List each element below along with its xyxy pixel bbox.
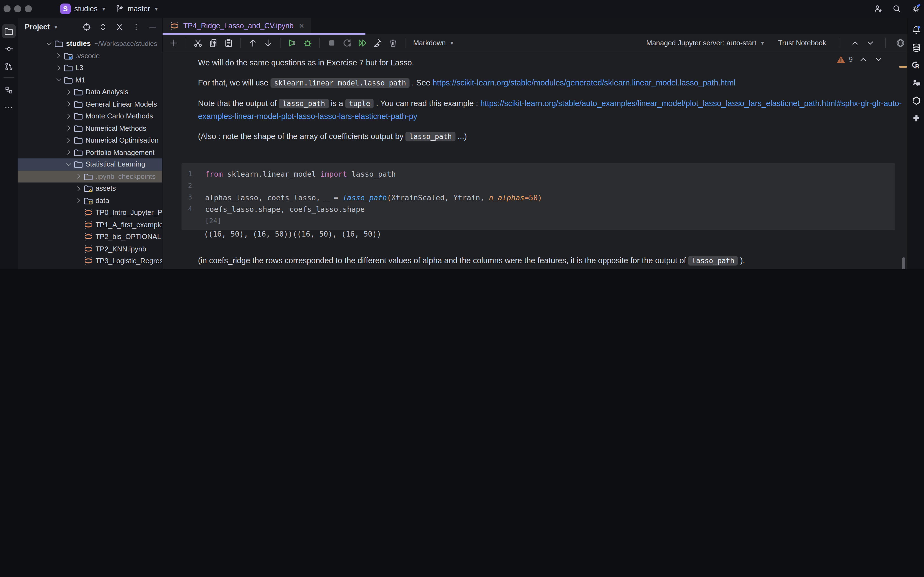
tree-item-tp0-intro-jupyter-python-ip-[interactable]: TP0_Intro_Jupyter_Python.ip... (18, 206, 162, 219)
commit-icon[interactable] (2, 42, 16, 56)
search-icon[interactable] (892, 4, 901, 13)
traffic-light-zoom[interactable] (25, 5, 32, 12)
tree-item-tp3-logistic-regression-an-[interactable]: TP3_Logistic_Regression_an... (18, 255, 162, 267)
next-problem-icon[interactable] (874, 55, 883, 64)
trust-notebook-button[interactable]: Trust Notebook (778, 39, 826, 47)
chevron-down-icon[interactable]: ▼ (53, 24, 58, 30)
broom-cell-icon[interactable] (371, 36, 385, 50)
tree-item-label: Numerical Methods (86, 124, 147, 132)
tree-item-tp4-ridge-lasso-and-cv-ip-[interactable]: TP4_Ridge_Lasso_and_CV.ip... (18, 267, 162, 269)
tree-item-l3[interactable]: L3 (18, 62, 162, 74)
code-cell-1[interactable]: 1from sklearn.linear_model import lasso_… (181, 163, 895, 230)
prev-cell-icon[interactable] (850, 38, 859, 48)
tree-item-data[interactable]: data (18, 195, 162, 206)
pull-request-icon[interactable] (2, 60, 16, 73)
tree-item-label: TP1_A_first_example.ipynb (95, 221, 162, 229)
arrow-down-cell-icon[interactable] (261, 36, 275, 50)
panel-options-icon[interactable] (131, 22, 141, 32)
run-all-cell-icon[interactable] (355, 36, 369, 50)
tree-item--ipynb-checkpoints[interactable]: .ipynb_checkpoints (18, 170, 162, 182)
database-icon[interactable] (909, 41, 923, 55)
jupyter-server-dropdown[interactable]: Managed Jupyter server: auto-start ▼ (646, 39, 765, 47)
add-user-icon[interactable] (873, 4, 883, 13)
cut-cell-icon[interactable] (191, 36, 205, 50)
stop-cell-icon[interactable] (325, 36, 339, 50)
add-cell-icon[interactable] (166, 36, 181, 50)
copy-cell-icon[interactable] (206, 36, 220, 50)
chevron-right-icon[interactable] (65, 100, 73, 108)
hyperlink[interactable]: https://scikit-learn.org/stable/modules/… (433, 78, 735, 87)
arrow-up-cell-icon[interactable] (246, 36, 260, 50)
tree-item-assets[interactable]: assets (18, 182, 162, 195)
chevron-down-icon[interactable] (65, 160, 73, 168)
tree-item-statistical-learning[interactable]: Statistical Learning (18, 158, 162, 170)
tree-item--vscode[interactable]: .vscode (18, 50, 162, 62)
markdown-paragraph: Note that the output of lasso_path is a … (198, 97, 902, 122)
inline-code: sklearn.linear_model.lasso_path (271, 78, 410, 88)
locate-file-icon[interactable] (82, 22, 91, 32)
folder-icon (53, 39, 63, 48)
scrollbar-thumb[interactable] (902, 257, 905, 269)
traffic-light-close[interactable] (3, 5, 11, 12)
tree-item-tp1-a-first-example-ipynb[interactable]: TP1_A_first_example.ipynb (18, 219, 162, 231)
markdown-cell-1[interactable]: We will do the same questions as in Exer… (198, 56, 902, 151)
ai-chat-icon[interactable] (909, 76, 923, 90)
chevron-right-icon[interactable] (74, 172, 83, 180)
inspection-widget[interactable]: 9 (836, 55, 883, 64)
next-cell-icon[interactable] (866, 38, 875, 48)
folder-data-icon (83, 196, 93, 205)
collapse-all-icon[interactable] (115, 22, 124, 32)
tree-item-m1[interactable]: M1 (18, 74, 162, 86)
code-line[interactable]: 1from sklearn.linear_model import lasso_… (181, 168, 895, 180)
branch-widget[interactable]: master ▼ (115, 4, 159, 13)
chevron-right-icon[interactable] (65, 137, 73, 144)
hide-panel-icon[interactable] (148, 22, 157, 32)
chevron-down-icon[interactable] (54, 76, 63, 84)
settings-gear-icon[interactable] (911, 4, 921, 13)
structure-icon[interactable] (2, 83, 16, 97)
tree-item-data-analysis[interactable]: Data Analysis (18, 86, 162, 98)
r-logo-icon[interactable]: R (909, 58, 923, 72)
tree-item-portfolio-management[interactable]: Portfolio Management (18, 147, 162, 158)
warning-stripe-mark[interactable] (899, 66, 907, 68)
browser-preview-icon[interactable] (896, 38, 905, 48)
bell-icon[interactable] (909, 23, 923, 37)
chevron-right-icon[interactable] (65, 88, 73, 96)
traffic-light-minimize[interactable] (14, 5, 21, 12)
prev-problem-icon[interactable] (859, 55, 868, 64)
tree-item-studies[interactable]: studies~/Workspace/studies (18, 38, 162, 50)
restart-cell-icon[interactable] (340, 36, 354, 50)
more-icon[interactable] (2, 101, 16, 114)
chevron-right-icon[interactable] (74, 185, 83, 192)
folder-rail-icon[interactable] (2, 24, 16, 38)
cell-type-dropdown[interactable]: Markdown ▼ (413, 39, 455, 47)
chevron-right-icon[interactable] (54, 52, 63, 60)
markdown-cell-2[interactable]: (in coefs_ridge the rows corresponded to… (198, 255, 902, 269)
tree-item-numerical-optimisation[interactable]: Numerical Optimisation (18, 134, 162, 147)
code-line[interactable]: 2 (181, 180, 895, 192)
run-cell-icon[interactable] (285, 36, 299, 50)
chevron-right-icon[interactable] (65, 124, 73, 132)
notebook-editor[interactable]: We will do the same questions as in Exer… (163, 52, 908, 269)
chevron-right-icon[interactable] (65, 112, 73, 120)
tree-item-tp2-knn-ipynb[interactable]: TP2_KNN.ipynb (18, 243, 162, 255)
tree-item-monte-carlo-methods[interactable]: Monte Carlo Methods (18, 110, 162, 122)
trash-cell-icon[interactable] (386, 36, 400, 50)
tab-notebook[interactable]: TP4_Ridge_Lasso_and_CV.ipynb ✕ (163, 18, 311, 34)
close-icon[interactable]: ✕ (299, 22, 304, 30)
chevron-down-icon[interactable] (45, 40, 53, 48)
code-line[interactable]: 3alphas_lasso, coefs_lasso, _ = lasso_pa… (181, 191, 895, 203)
chevron-right-icon[interactable] (74, 197, 83, 205)
expand-all-icon[interactable] (99, 22, 108, 32)
code-line[interactable]: 4coefs_lasso.shape, coefs_lasso.shape (181, 203, 895, 215)
chevron-right-icon[interactable] (65, 149, 73, 156)
paste-cell-icon[interactable] (222, 36, 236, 50)
debug-cell-icon[interactable] (300, 36, 315, 50)
chevron-right-icon[interactable] (54, 64, 63, 72)
project-widget[interactable]: S studies ▼ (60, 3, 107, 14)
tree-item-tp2-bis-optional-ipynb[interactable]: TP2_bis_OPTIONAL.ipynb (18, 231, 162, 243)
hex-ring-icon[interactable] (909, 94, 923, 108)
tree-item-general-linear-models[interactable]: General Linear Models (18, 98, 162, 110)
plugin-icon[interactable] (909, 111, 923, 125)
tree-item-numerical-methods[interactable]: Numerical Methods (18, 122, 162, 134)
